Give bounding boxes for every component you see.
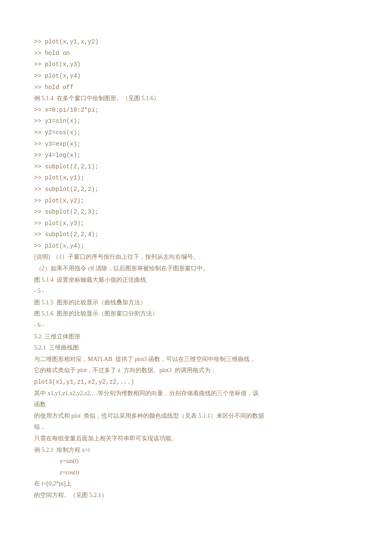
code-line: plot3(x1,y1,z1,x2,y2,z2,...) [34, 376, 358, 388]
text-line: [说明] （1）子窗口的序号按行由上往下，按列从左向右编号。 [34, 251, 358, 263]
text-line: 的使用方式和 plot 类似，也可以采用多种的颜色或线型（见表 5.1.1）来区… [34, 410, 358, 422]
text-line: z=cos(t) [34, 467, 358, 479]
code-line: >> subplot(2,2,3); [34, 206, 358, 218]
text-line: 与二维图形相对应，MATLAB 提供了 plot3 函数，可以在三维空间中绘制三… [34, 354, 358, 365]
text-line: 的空间方程。（见图 5.2.1） [34, 490, 358, 501]
text-line: 5.2 三维立体图形 [34, 331, 358, 343]
text-line: 图 5.1.6 图形的比较显示（图形窗口分割方法） [34, 308, 358, 320]
text-line: 5.2.1 三维曲线图 [34, 342, 358, 354]
text-line: 其中 x1,y1,z1,x2,y2,z2,…等分别为维数相同的向量，分别存储着曲… [34, 388, 358, 399]
text-line: 例 5.1.4 在多个窗口中绘制图形。（见图 5.1.6） [34, 93, 358, 104]
text-line: 函数 [34, 399, 358, 410]
code-line: >> y3=exp(x); [34, 139, 358, 150]
text-line: 只需在每组变量后面加上相关字符串即可实现该功能。 [34, 433, 358, 445]
text-line: y=sin(t) [34, 456, 358, 467]
code-line: >> y4=log(x); [34, 150, 358, 161]
code-line: >> plot(x,y2); [34, 195, 358, 207]
code-line: >> plot(x,y4) [34, 70, 358, 82]
text-line: 图 5.1.5 图形的比较显示（曲线叠加方法） [34, 297, 358, 309]
text-line: 例 5.2.1 绘制方程 x=t [34, 445, 358, 456]
text-line: 组， [34, 422, 358, 433]
text-line: 在 t=[0,2*pi]上 [34, 478, 358, 490]
code-line: >> plot(x,y3) [34, 59, 358, 70]
code-line: >> plot(x,y1,x,y2) [34, 36, 358, 48]
code-line: >> y1=sin(x); [34, 116, 358, 127]
text-line: （2）如果不用指令 clf 清除，以后图形将被绘制在子图形窗口中。 [34, 263, 358, 275]
text-line: - 6 - [34, 320, 358, 331]
code-line: >> subplot(2,2,2); [34, 184, 358, 195]
code-line: >> plot(x,y3); [34, 218, 358, 229]
code-line: >> y2=cos(x); [34, 127, 358, 139]
text-line: - 5 - [34, 286, 358, 297]
code-line: >> plot(x,y1); [34, 172, 358, 184]
text-line: 它的格式类似于 plot，不过多了 z 方向的数据。plot3 的调用格式为： [34, 365, 358, 376]
code-line: >> x=0:pi/10:2*pi; [34, 104, 358, 116]
main-content: >> plot(x,y1,x,y2)>> hold on>> plot(x,y3… [34, 26, 358, 501]
text-line: 图 5.1.4 设置坐标轴最大最小值的正弦曲线 [34, 275, 358, 286]
code-line: >> subplot(2,2,1); [34, 161, 358, 173]
code-line: >> hold off [34, 82, 358, 93]
code-line: >> plot(x,y4); [34, 240, 358, 252]
code-line: >> hold on [34, 48, 358, 59]
code-line: >> subplot(2,2,4); [34, 229, 358, 240]
